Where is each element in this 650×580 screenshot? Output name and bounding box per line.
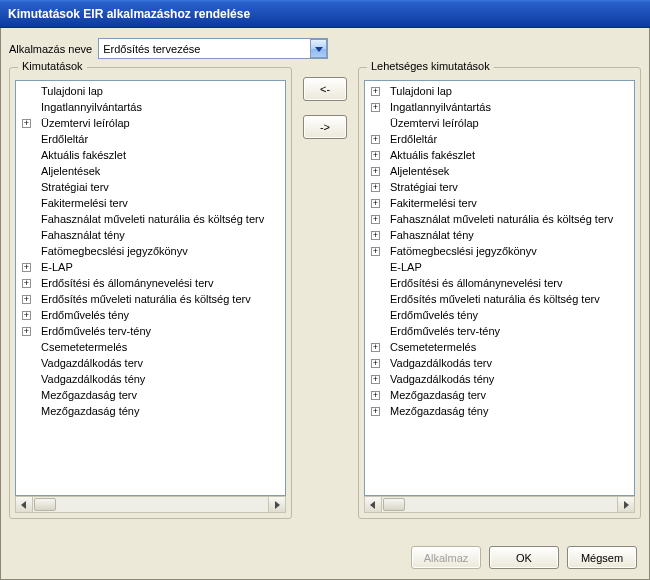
expand-icon[interactable]: +	[371, 391, 380, 400]
apply-label: Alkalmaz	[424, 552, 469, 564]
tree-item[interactable]: +Fakitermelési terv	[365, 195, 634, 211]
tree-item-label: Üzemtervi leírólap	[41, 117, 130, 129]
expand-icon[interactable]: +	[22, 279, 31, 288]
tree-item[interactable]: Mezőgazdaság tény	[16, 403, 285, 419]
tree-item[interactable]: +Mezőgazdaság terv	[365, 387, 634, 403]
tree-item[interactable]: +Vadgazdálkodás tény	[365, 371, 634, 387]
tree-item[interactable]: +E-LAP	[16, 259, 285, 275]
tree-item-label: Fahasználat tény	[390, 229, 474, 241]
scroll-left-button[interactable]	[16, 497, 33, 512]
tree-item[interactable]: +Vadgazdálkodás terv	[365, 355, 634, 371]
tree-leaf-icon	[22, 183, 31, 192]
expand-icon[interactable]: +	[371, 87, 380, 96]
expand-icon[interactable]: +	[371, 375, 380, 384]
tree-item[interactable]: +Stratégiai terv	[365, 179, 634, 195]
scroll-track[interactable]	[33, 497, 268, 512]
caret-left-icon	[21, 499, 27, 511]
tree-item-label: Mezőgazdaság terv	[41, 389, 137, 401]
tree-item[interactable]: +Aljelentések	[365, 163, 634, 179]
tree-item[interactable]: Üzemtervi leírólap	[365, 115, 634, 131]
app-name-combo[interactable]: Erdősítés tervezése	[98, 38, 328, 59]
tree-item[interactable]: E-LAP	[365, 259, 634, 275]
tree-item[interactable]: Csemetetermelés	[16, 339, 285, 355]
expand-icon[interactable]: +	[371, 247, 380, 256]
tree-item[interactable]: +Erdőművelés terv-tény	[16, 323, 285, 339]
tree-item[interactable]: Fahasználat műveleti naturália és költsé…	[16, 211, 285, 227]
window-title: Kimutatások EIR alkalmazáshoz rendelése	[8, 7, 250, 21]
scroll-track[interactable]	[382, 497, 617, 512]
expand-icon[interactable]: +	[22, 119, 31, 128]
tree-leaf-icon	[22, 231, 31, 240]
expand-icon[interactable]: +	[371, 151, 380, 160]
expand-icon[interactable]: +	[371, 167, 380, 176]
combo-dropdown-button[interactable]	[310, 39, 327, 58]
tree-item[interactable]: Vadgazdálkodás tény	[16, 371, 285, 387]
expand-icon[interactable]: +	[22, 327, 31, 336]
tree-item-label: Erdőleltár	[390, 133, 437, 145]
expand-icon[interactable]: +	[371, 407, 380, 416]
tree-item[interactable]: +Erdőművelés tény	[16, 307, 285, 323]
scroll-right-button[interactable]	[617, 497, 634, 512]
move-right-button[interactable]: ->	[303, 115, 347, 139]
right-hscrollbar[interactable]	[364, 496, 635, 513]
left-tree[interactable]: Tulajdoni lapIngatlannyilvántartás+Üzemt…	[16, 81, 285, 495]
expand-icon[interactable]: +	[22, 263, 31, 272]
tree-item[interactable]: +Mezőgazdaság tény	[365, 403, 634, 419]
tree-item[interactable]: Fatömegbecslési jegyzőkönyv	[16, 243, 285, 259]
expand-icon[interactable]: +	[371, 359, 380, 368]
expand-icon[interactable]: +	[371, 183, 380, 192]
expand-icon[interactable]: +	[371, 103, 380, 112]
tree-item[interactable]: +Erdősítési és állománynevelési terv	[16, 275, 285, 291]
tree-item-label: Ingatlannyilvántartás	[41, 101, 142, 113]
tree-item[interactable]: Vadgazdálkodás terv	[16, 355, 285, 371]
scroll-right-button[interactable]	[268, 497, 285, 512]
apply-button[interactable]: Alkalmaz	[411, 546, 481, 569]
tree-item[interactable]: +Erdősítés műveleti naturália és költség…	[16, 291, 285, 307]
tree-item[interactable]: +Csemetetermelés	[365, 339, 634, 355]
tree-item[interactable]: +Fahasználat műveleti naturália és költs…	[365, 211, 634, 227]
expand-icon[interactable]: +	[371, 231, 380, 240]
chevron-down-icon	[315, 43, 323, 55]
app-name-label: Alkalmazás neve	[9, 43, 92, 55]
tree-item[interactable]: Stratégiai terv	[16, 179, 285, 195]
ok-button[interactable]: OK	[489, 546, 559, 569]
tree-item-label: Fakitermelési terv	[41, 197, 128, 209]
tree-item[interactable]: +Aktuális fakészlet	[365, 147, 634, 163]
tree-item[interactable]: Fahasználat tény	[16, 227, 285, 243]
transfer-buttons: <- ->	[298, 67, 352, 519]
scroll-left-button[interactable]	[365, 497, 382, 512]
expand-icon[interactable]: +	[22, 311, 31, 320]
tree-item[interactable]: +Üzemtervi leírólap	[16, 115, 285, 131]
tree-item[interactable]: Erdősítés műveleti naturália és költség …	[365, 291, 634, 307]
tree-item[interactable]: Ingatlannyilvántartás	[16, 99, 285, 115]
expand-icon[interactable]: +	[371, 199, 380, 208]
scroll-thumb[interactable]	[383, 498, 405, 511]
expand-icon[interactable]: +	[22, 295, 31, 304]
move-left-button[interactable]: <-	[303, 77, 347, 101]
cancel-button[interactable]: Mégsem	[567, 546, 637, 569]
tree-item[interactable]: Erdőművelés tény	[365, 307, 634, 323]
expand-icon[interactable]: +	[371, 135, 380, 144]
cancel-label: Mégsem	[581, 552, 623, 564]
tree-item-label: Erdősítési és állománynevelési terv	[390, 277, 562, 289]
tree-item[interactable]: Erdősítési és állománynevelési terv	[365, 275, 634, 291]
expand-icon[interactable]: +	[371, 343, 380, 352]
tree-item[interactable]: Erdőleltár	[16, 131, 285, 147]
tree-item[interactable]: Mezőgazdaság terv	[16, 387, 285, 403]
expand-icon[interactable]: +	[371, 215, 380, 224]
tree-item[interactable]: +Fatömegbecslési jegyzőkönyv	[365, 243, 634, 259]
tree-item[interactable]: +Ingatlannyilvántartás	[365, 99, 634, 115]
right-tree[interactable]: +Tulajdoni lap+IngatlannyilvántartásÜzem…	[365, 81, 634, 495]
caret-right-icon	[274, 499, 280, 511]
tree-item[interactable]: Aktuális fakészlet	[16, 147, 285, 163]
tree-item[interactable]: +Fahasználat tény	[365, 227, 634, 243]
tree-item[interactable]: +Erdőleltár	[365, 131, 634, 147]
left-hscrollbar[interactable]	[15, 496, 286, 513]
scroll-thumb[interactable]	[34, 498, 56, 511]
tree-item[interactable]: Tulajdoni lap	[16, 83, 285, 99]
tree-item[interactable]: Erdőművelés terv-tény	[365, 323, 634, 339]
tree-item[interactable]: +Tulajdoni lap	[365, 83, 634, 99]
tree-item[interactable]: Fakitermelési terv	[16, 195, 285, 211]
tree-item-label: Mezőgazdaság tény	[390, 405, 488, 417]
tree-item[interactable]: Aljelentések	[16, 163, 285, 179]
